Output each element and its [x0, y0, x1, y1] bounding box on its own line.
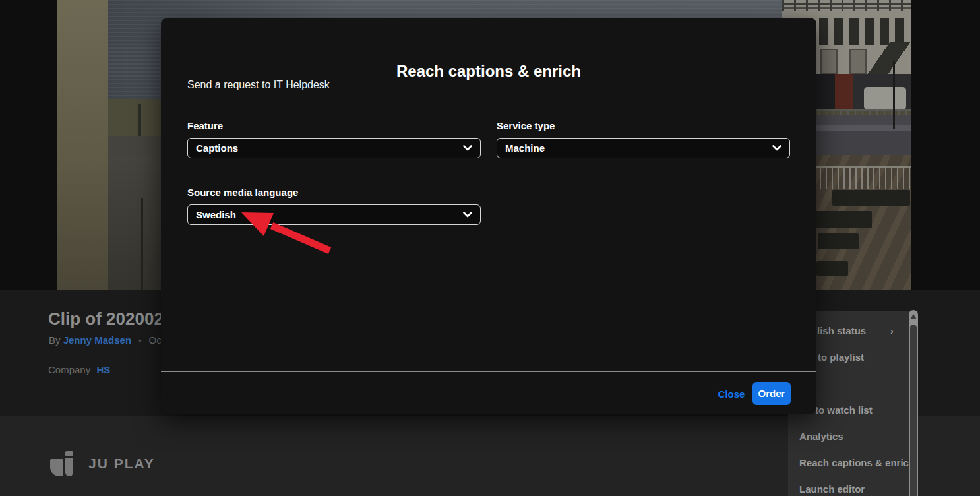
- menu-item-publish-status[interactable]: lish status: [817, 325, 866, 336]
- menu-item-reach-captions-enrich[interactable]: Reach captions & enrich: [799, 457, 915, 468]
- video-bench: [815, 211, 872, 228]
- chevron-right-icon: ›: [890, 326, 894, 336]
- chevron-down-icon: [463, 212, 472, 218]
- company-label: Company: [48, 364, 90, 375]
- dialog-title: Reach captions & enrich: [161, 62, 816, 80]
- red-arrow-annotation: [231, 204, 343, 260]
- scroll-up-icon[interactable]: [910, 314, 917, 319]
- ju-play-logo-icon: [50, 451, 77, 478]
- source-media-language-label: Source media language: [187, 187, 298, 198]
- service-type-label: Service type: [497, 120, 555, 131]
- video-staircase: [865, 42, 911, 77]
- service-type-value: Machine: [505, 142, 545, 154]
- video-letterbox-right: [911, 0, 980, 290]
- chevron-down-icon: [772, 145, 781, 151]
- byline-separator: •: [138, 336, 141, 346]
- order-button[interactable]: Order: [752, 382, 791, 405]
- feature-label: Feature: [187, 120, 223, 131]
- company-row: Company HS: [48, 364, 110, 375]
- dialog-footer-divider: [161, 371, 816, 372]
- video-building-edge: [57, 0, 108, 290]
- chevron-down-icon: [463, 145, 472, 151]
- clip-title: Clip of 2020020: [48, 309, 173, 329]
- feature-value: Captions: [196, 142, 238, 154]
- scrollbar-thumb[interactable]: [910, 325, 917, 496]
- video-white-railing: [802, 166, 911, 189]
- company-link[interactable]: HS: [96, 364, 110, 375]
- video-letterbox-left: [0, 0, 57, 290]
- close-button[interactable]: Close: [708, 387, 754, 400]
- menu-item-analytics[interactable]: Analytics: [799, 431, 843, 442]
- video-signpost: [138, 104, 141, 136]
- feature-select[interactable]: Captions: [187, 138, 481, 158]
- menu-item-launch-editor[interactable]: Launch editor: [799, 483, 865, 495]
- page: Clip of 2020020 By Jenny Madsen • Octobe…: [0, 0, 980, 496]
- video-white-van: [864, 87, 906, 109]
- video-bench: [818, 233, 859, 249]
- service-type-select[interactable]: Machine: [497, 138, 790, 158]
- source-media-language-value: Swedish: [196, 209, 236, 220]
- video-lamppost: [893, 61, 895, 129]
- video-bench: [816, 261, 848, 276]
- video-pole: [141, 198, 143, 290]
- menu-item-add-to-playlist[interactable]: to playlist: [818, 352, 864, 363]
- menu-item-add-to-watch-list[interactable]: to watch list: [815, 404, 873, 416]
- brand-name: JU PLAY: [88, 456, 155, 472]
- byline-prefix: By: [49, 334, 61, 346]
- author-link[interactable]: Jenny Madsen: [63, 334, 131, 346]
- dialog-subtitle: Send a request to IT Helpdesk: [187, 79, 330, 91]
- menu-scrollbar[interactable]: [909, 310, 918, 496]
- video-bench: [832, 190, 910, 206]
